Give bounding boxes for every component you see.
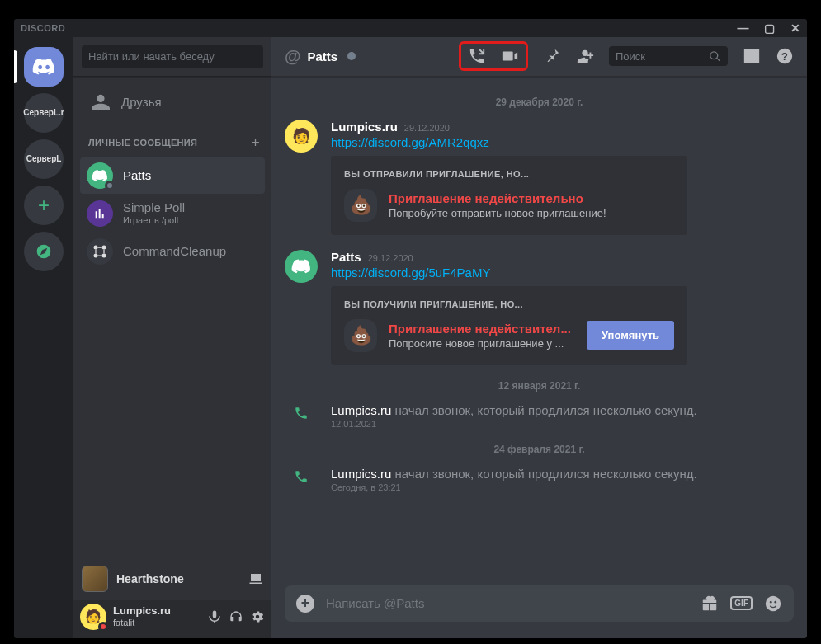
date-divider: 29 декабря 2020 г. <box>285 96 794 108</box>
user-panel: 🧑 Lumpics.ru fatalit <box>73 600 271 638</box>
attach-button[interactable]: + <box>296 595 314 613</box>
maximize-button[interactable]: ▢ <box>764 21 776 35</box>
search-icon <box>709 50 721 63</box>
dm-header: ЛИЧНЫЕ СООБЩЕНИЯ + <box>73 123 271 157</box>
system-timestamp: Сегодня, в 23:21 <box>331 482 697 492</box>
server-item-2[interactable]: СерверL <box>24 139 64 179</box>
friends-tab[interactable]: Друзья <box>80 83 265 121</box>
svg-point-2 <box>94 253 98 257</box>
pinned-messages-button[interactable] <box>543 47 561 65</box>
compass-icon <box>35 243 52 260</box>
messages-list[interactable]: 29 декабря 2020 г. 🧑 Lumpics.ru 29.12.20… <box>271 77 807 585</box>
date-divider: 24 февраля 2021 г. <box>285 444 794 455</box>
status-dnd-icon <box>98 622 108 632</box>
poop-icon: 💩 <box>344 189 377 222</box>
svg-point-8 <box>770 600 772 603</box>
selection-pill <box>14 50 17 83</box>
home-button[interactable] <box>24 47 64 87</box>
svg-point-9 <box>774 600 776 603</box>
avatar <box>87 162 113 189</box>
invite-title: ВЫ ПОЛУЧИЛИ ПРИГЛАШЕНИЕ, НО... <box>344 299 674 309</box>
discord-logo-icon <box>32 59 55 75</box>
mention-button[interactable]: Упомянуть <box>587 321 674 350</box>
quick-switcher[interactable]: Найти или начать беседу <box>73 37 271 77</box>
invite-embed: ВЫ ОТПРАВИЛИ ПРИГЛАШЕНИЕ, НО... 💩 Пригла… <box>331 156 687 235</box>
svg-point-0 <box>94 245 98 249</box>
message-timestamp: 29.12.2020 <box>368 253 413 263</box>
discord-logo-icon <box>92 170 108 181</box>
dm-item-simplepoll[interactable]: Simple Poll Играет в /poll <box>80 195 265 232</box>
message: Patts 29.12.2020 https://discord.gg/5uF4… <box>285 250 794 365</box>
minimize-button[interactable]: — <box>738 21 750 35</box>
poll-icon <box>93 207 106 220</box>
at-icon: @ <box>285 47 301 66</box>
server-item-1[interactable]: СерверL.r <box>24 93 64 133</box>
svg-text:?: ? <box>781 50 788 63</box>
discord-logo-icon <box>291 259 311 274</box>
status-offline-icon <box>347 52 356 60</box>
header-toolbar: Поиск ? <box>459 41 794 71</box>
emoji-button[interactable] <box>764 595 782 613</box>
date-divider: 12 января 2021 г. <box>285 380 794 392</box>
avatar[interactable] <box>285 250 318 283</box>
deafen-icon[interactable] <box>229 609 243 624</box>
titlebar: DISCORD — ▢ ✕ <box>14 19 807 37</box>
call-highlight <box>459 41 528 71</box>
inbox-button[interactable] <box>743 47 761 65</box>
window-controls: — ▢ ✕ <box>738 21 801 35</box>
avatar <box>87 238 113 265</box>
invite-hint: Попробуйте отправить новое приглашение! <box>389 207 674 219</box>
message: 🧑 Lumpics.ru 29.12.2020 https://discord.… <box>285 120 794 235</box>
dm-item-patts[interactable]: Patts <box>80 157 265 194</box>
dm-name: Simple Poll <box>123 200 185 215</box>
friends-label: Друзья <box>121 95 162 109</box>
close-button[interactable]: ✕ <box>790 21 801 35</box>
settings-icon[interactable] <box>250 609 265 624</box>
chat-header: @ Patts Поиск <box>271 37 807 77</box>
screen-share-icon[interactable] <box>248 571 263 586</box>
message-input[interactable]: + Написать @Patts GIF <box>285 585 794 622</box>
gift-button[interactable] <box>701 595 719 613</box>
user-avatar[interactable]: 🧑 <box>80 604 106 630</box>
status-offline-icon <box>105 181 115 190</box>
system-text: начал звонок, который продлился нескольк… <box>391 403 696 417</box>
activity-name: Hearthstone <box>116 572 184 585</box>
quick-switcher-placeholder: Найти или начать беседу <box>82 45 263 68</box>
user-tag: fatalit <box>113 618 201 628</box>
voice-call-button[interactable] <box>468 47 486 65</box>
avatar[interactable]: 🧑 <box>285 120 318 153</box>
invite-title: ВЫ ОТПРАВИЛИ ПРИГЛАШЕНИЕ, НО... <box>344 169 674 179</box>
explore-servers-button[interactable] <box>24 232 64 271</box>
activity-card[interactable]: Hearthstone <box>73 557 271 600</box>
message-author[interactable]: Patts <box>331 250 361 264</box>
message-timestamp: 29.12.2020 <box>404 123 450 133</box>
gif-button[interactable]: GIF <box>730 596 753 610</box>
dm-item-commandcleanup[interactable]: CommandCleanup <box>80 233 265 270</box>
video-call-button[interactable] <box>501 47 519 65</box>
message-link[interactable]: https://discord.gg/AMR2qqxz <box>331 135 794 149</box>
search-placeholder: Поиск <box>616 50 645 63</box>
friends-icon <box>92 93 110 111</box>
help-button[interactable]: ? <box>776 47 794 65</box>
search-input[interactable]: Поиск <box>609 46 728 66</box>
invite-error: Приглашение недействительно <box>389 191 674 205</box>
message-author[interactable]: Lumpics.ru <box>331 120 398 134</box>
svg-point-7 <box>766 595 781 610</box>
add-server-button[interactable]: + <box>24 186 64 225</box>
mute-icon[interactable] <box>207 609 222 624</box>
system-message: Lumpics.ru начал звонок, который продлил… <box>285 403 794 429</box>
create-dm-button[interactable]: + <box>251 134 260 152</box>
system-timestamp: 12.01.2021 <box>331 419 697 429</box>
system-author[interactable]: Lumpics.ru <box>331 467 391 481</box>
game-icon <box>82 566 108 592</box>
dm-name: CommandCleanup <box>123 244 226 259</box>
chat-title: Patts <box>308 49 338 63</box>
system-author[interactable]: Lumpics.ru <box>331 403 391 417</box>
message-link[interactable]: https://discord.gg/5uF4PaMY <box>331 266 794 280</box>
svg-point-1 <box>102 245 106 249</box>
invite-error: Приглашение недействител... <box>389 322 575 336</box>
system-message: Lumpics.ru начал звонок, который продлил… <box>285 467 794 492</box>
system-text: начал звонок, который продлился нескольк… <box>391 467 696 481</box>
add-friend-button[interactable] <box>576 47 594 65</box>
message-input-area: + Написать @Patts GIF <box>271 585 807 638</box>
